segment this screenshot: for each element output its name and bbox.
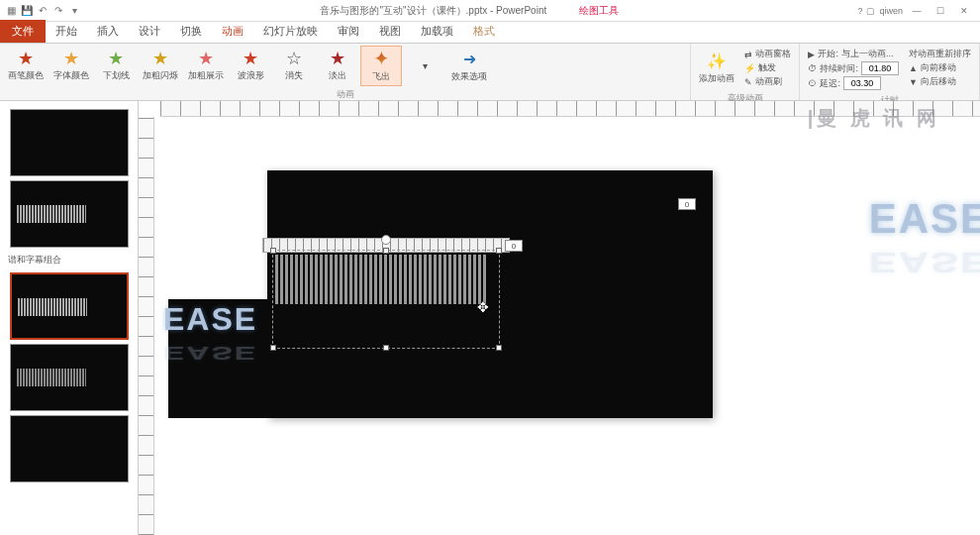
delay-input[interactable] [843,76,881,90]
arrow-icon: ➜ [463,50,476,68]
workspace: 谱和字幕组合 |曼 虎 讯 网 EASE EASE 0 0 ✥ [0,101,980,535]
animation-painter-button[interactable]: ✎动画刷 [744,75,791,88]
slide-thumbnail[interactable] [10,180,129,248]
tab-addins[interactable]: 加载项 [411,20,463,43]
user-name: qiwen [879,6,903,16]
tab-animations[interactable]: 动画 [212,20,253,43]
filename-text: 音乐与图形的"互动"设计（课件）.pptx - PowerPoint [320,5,546,16]
tab-review[interactable]: 审阅 [328,20,369,43]
delay-label: 延迟: [820,77,840,90]
save-icon[interactable]: 💾 [20,4,34,18]
tab-transitions[interactable]: 切换 [170,20,212,43]
title-bar: ▦ 💾 ↶ ↷ ▾ 音乐与图形的"互动"设计（课件）.pptx - PowerP… [0,0,980,22]
star-icon: ✦ [373,49,390,68]
window-controls: ? ▢ qiwen — ☐ ✕ [857,6,980,16]
watermark-top: |曼 虎 讯 网 [808,105,940,132]
undo-icon[interactable]: ↶ [36,4,49,18]
advanced-mini-buttons: ⇄动画窗格 ⚡触发 ✎动画刷 [740,46,795,90]
resize-handle[interactable] [496,248,502,254]
star-icon: ★ [152,50,168,67]
effect-fade[interactable]: ★淡出 [317,46,358,86]
app-icon: ▦ [4,4,18,18]
quick-access-toolbar: ▦ 💾 ↶ ↷ ▾ [0,4,81,18]
painter-icon: ✎ [744,77,752,87]
pane-icon: ⇄ [744,50,752,59]
chevron-down-icon: ▼ [909,77,918,87]
resize-handle[interactable] [270,248,276,254]
ribbon-tabs: 文件 开始 插入 设计 切换 动画 幻灯片放映 审阅 视图 加载项 格式 [0,22,980,44]
move-cursor-icon: ✥ [477,299,489,315]
star-icon: ★ [243,50,258,67]
maximize-button[interactable]: ☐ [931,6,950,16]
watermark-ease-left: EASE [163,301,257,338]
effect-bold-flash[interactable]: ★加粗闪烁 [139,46,182,86]
effect-fly-out[interactable]: ✦飞出 [360,46,402,86]
tab-home[interactable]: 开始 [46,20,87,43]
ribbon-group-advanced: ✨添加动画 ⇄动画窗格 ⚡触发 ✎动画刷 高级动画 [691,44,800,100]
thumb-content [18,298,87,316]
effect-disappear[interactable]: ☆消失 [273,46,315,86]
resize-handle[interactable] [270,345,276,351]
vertical-ruler[interactable] [139,117,154,535]
qat-more-icon[interactable]: ▾ [67,4,81,18]
effect-wave[interactable]: ★波浪形 [230,46,271,86]
thumb-content [17,369,86,386]
rotate-handle[interactable] [381,235,391,245]
animation-tag[interactable]: 0 [505,240,523,252]
star-icon: ☆ [286,50,302,67]
resize-handle[interactable] [383,248,389,254]
redo-icon[interactable]: ↷ [51,4,65,18]
animation-pane-button[interactable]: ⇄动画窗格 [744,48,791,60]
minimize-button[interactable]: — [907,6,927,16]
selection-box[interactable] [272,250,500,349]
star-icon: ★ [18,50,34,67]
tab-view[interactable]: 视图 [369,20,411,43]
animation-tag[interactable]: 0 [678,198,696,210]
timing-controls: ▶开始:与上一动画... ⏱持续时间: ⏲延迟: [804,46,903,92]
slide-thumbnail[interactable] [10,415,129,482]
effect-font-color[interactable]: ★字体颜色 [49,46,93,86]
slide-thumbnail[interactable] [10,344,129,411]
slide-thumbnail[interactable] [10,109,129,176]
slide-canvas[interactable]: |曼 虎 讯 网 EASE EASE 0 0 ✥ [139,101,980,535]
help-icon[interactable]: ? [857,6,862,16]
tab-design[interactable]: 设计 [129,20,170,43]
star-icon: ★ [198,50,214,67]
duration-icon: ⏱ [808,63,817,73]
add-animation-button[interactable]: ✨添加动画 [695,46,738,90]
chevron-down-icon: ▾ [423,60,428,71]
effect-bold-reveal[interactable]: ★加粗展示 [184,46,228,86]
effect-options-button[interactable]: ➜效果选项 [447,46,491,86]
start-label: 开始: [818,48,838,60]
tab-insert[interactable]: 插入 [87,20,129,43]
resize-handle[interactable] [383,345,389,351]
ribbon-group-animation: ★画笔颜色 ★字体颜色 ★下划线 ★加粗闪烁 ★加粗展示 ★波浪形 ☆消失 ★淡… [0,44,691,100]
group-label: 动画 [4,86,686,101]
window-title: 音乐与图形的"互动"设计（课件）.pptx - PowerPoint 绘图工具 [81,4,857,18]
chevron-up-icon: ▲ [909,63,918,73]
close-button[interactable]: ✕ [954,6,974,16]
effect-brush-color[interactable]: ★画笔颜色 [4,46,48,86]
effect-underline[interactable]: ★下划线 [95,46,137,86]
sparkle-icon: ✨ [707,52,727,70]
slide-thumbnail[interactable] [10,272,129,340]
tab-slideshow[interactable]: 幻灯片放映 [253,20,328,43]
duration-input[interactable] [861,61,899,75]
section-label[interactable]: 谱和字幕组合 [4,252,134,268]
trigger-button[interactable]: ⚡触发 [744,61,791,74]
slide-thumbnails-panel[interactable]: 谱和字幕组合 [0,101,139,535]
move-earlier-button[interactable]: ▲向前移动 [909,61,971,74]
resize-handle[interactable] [496,345,502,351]
gallery-more[interactable]: ▾ [404,46,445,86]
star-icon: ★ [330,50,345,67]
start-value[interactable]: 与上一动画... [841,48,894,60]
ribbon-collapse-icon[interactable]: ▢ [866,6,875,16]
file-tab[interactable]: 文件 [0,20,46,43]
duration-label: 持续时间: [820,62,858,75]
move-later-button[interactable]: ▼向后移动 [909,75,971,88]
tab-format[interactable]: 格式 [463,20,505,43]
reorder-controls: 对动画重新排序 ▲向前移动 ▼向后移动 [905,46,975,92]
trigger-icon: ⚡ [744,63,755,73]
ribbon-group-timing: ▶开始:与上一动画... ⏱持续时间: ⏲延迟: 对动画重新排序 ▲向前移动 ▼… [800,44,980,100]
delay-icon: ⏲ [808,78,817,88]
